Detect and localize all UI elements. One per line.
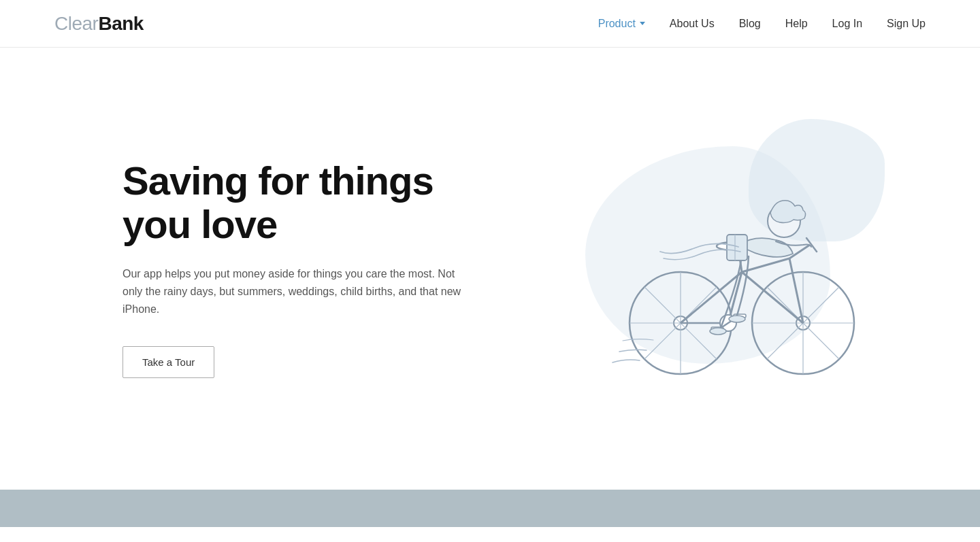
svg-point-28 [729,316,745,322]
logo[interactable]: ClearBank [54,13,144,35]
blog-link[interactable]: Blog [739,18,761,29]
hero-description: Our app helps you put money aside for th… [122,265,463,319]
product-link[interactable]: Product [598,18,645,30]
help-link[interactable]: Help [785,18,808,29]
nav-links: Product About Us Blog Help Log In [598,18,926,30]
chevron-down-icon [640,22,645,25]
login-link[interactable]: Log In [832,18,862,29]
footer-bar [0,490,980,527]
hero-section: Saving for things you love Our app helps… [0,48,980,490]
login-label: Log In [832,18,862,29]
signup-label: Sign Up [887,18,926,29]
nav-item-product[interactable]: Product [598,18,645,30]
bicycle-illustration [592,139,878,398]
svg-rect-29 [727,235,747,260]
navbar: ClearBank Product About Us Blog Help [0,0,980,48]
take-tour-button[interactable]: Take a Tour [122,346,214,378]
hero-content: Saving for things you love Our app helps… [122,159,476,378]
logo-clear: Clear [54,13,98,35]
nav-item-signup[interactable]: Sign Up [887,18,926,30]
product-label: Product [598,18,636,30]
nav-item-about[interactable]: About Us [670,18,715,30]
nav-item-help[interactable]: Help [785,18,808,30]
about-label: About Us [670,18,715,29]
blog-label: Blog [739,18,761,29]
hero-illustration [544,105,926,432]
nav-item-login[interactable]: Log In [832,18,862,30]
svg-point-27 [710,328,726,335]
signup-link[interactable]: Sign Up [887,18,926,29]
hero-title: Saving for things you love [122,159,476,246]
about-link[interactable]: About Us [670,18,715,29]
logo-bank: Bank [98,13,143,35]
nav-item-blog[interactable]: Blog [739,18,761,30]
help-label: Help [785,18,808,29]
